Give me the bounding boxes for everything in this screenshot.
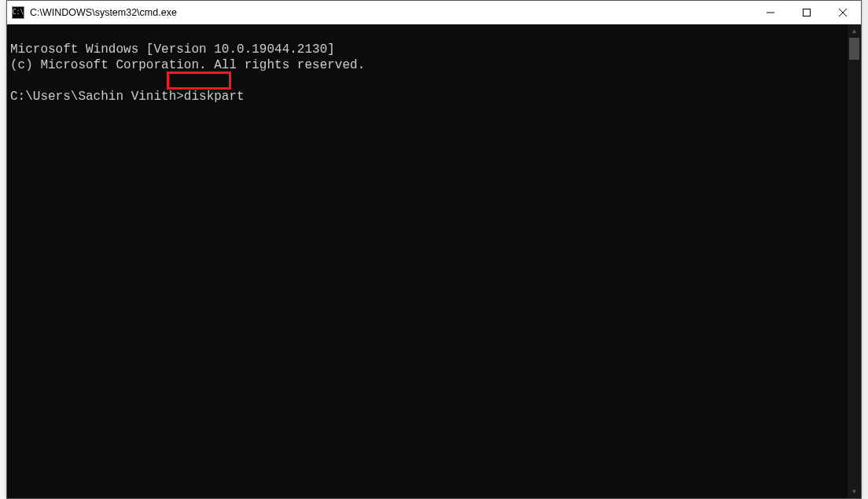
close-icon <box>839 9 847 17</box>
window-controls <box>752 1 861 24</box>
scroll-up-button[interactable]: ▲ <box>848 24 861 38</box>
chevron-down-icon: ▼ <box>851 488 858 495</box>
copyright-line: (c) Microsoft Corporation. All rights re… <box>10 58 365 72</box>
terminal[interactable]: Microsoft Windows [Version 10.0.19044.21… <box>7 24 848 498</box>
scroll-thumb[interactable] <box>849 38 859 60</box>
cmd-window: C:\ C:\WINDOWS\system32\cmd.exe Microsof… <box>6 0 862 499</box>
chevron-up-icon: ▲ <box>851 28 858 35</box>
background-strip <box>0 0 6 499</box>
vertical-scrollbar[interactable]: ▲ ▼ <box>848 24 861 498</box>
maximize-button[interactable] <box>789 1 825 24</box>
scroll-track[interactable] <box>848 38 861 485</box>
annotation-highlight-box <box>167 72 231 90</box>
titlebar[interactable]: C:\ C:\WINDOWS\system32\cmd.exe <box>7 1 861 24</box>
terminal-area: Microsoft Windows [Version 10.0.19044.21… <box>7 24 861 498</box>
version-line: Microsoft Windows [Version 10.0.19044.21… <box>10 42 335 57</box>
svg-rect-1 <box>804 9 811 17</box>
command-input[interactable]: diskpart <box>184 90 245 104</box>
maximize-icon <box>803 9 811 17</box>
close-button[interactable] <box>825 1 861 24</box>
minimize-button[interactable] <box>752 1 789 24</box>
prompt-text: C:\Users\Sachin Vinith> <box>10 90 184 104</box>
minimize-icon <box>767 9 774 17</box>
scroll-down-button[interactable]: ▼ <box>848 485 861 498</box>
cmd-icon: C:\ <box>12 6 24 19</box>
window-title: C:\WINDOWS\system32\cmd.exe <box>30 7 752 18</box>
